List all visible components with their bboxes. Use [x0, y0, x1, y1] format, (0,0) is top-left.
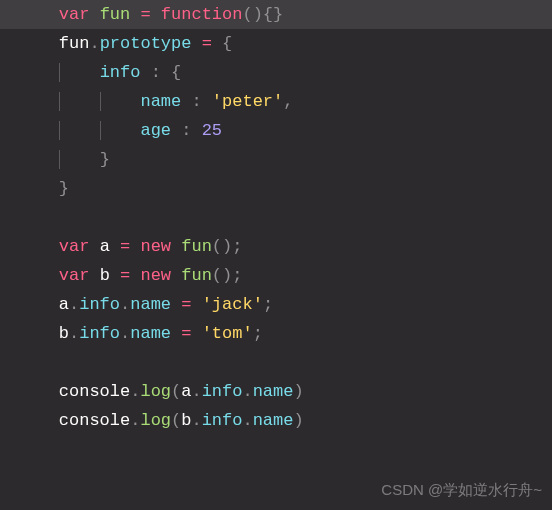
token-op: =: [181, 295, 191, 314]
token-def: [110, 266, 120, 285]
code-editor: var fun = function(){} fun.prototype = {…: [0, 0, 552, 435]
token-prop: info: [79, 295, 120, 314]
token-pn: (: [171, 411, 181, 430]
token-pn: {: [222, 34, 232, 53]
token-pn: }: [59, 179, 69, 198]
token-prop: name: [130, 295, 171, 314]
token-op: new: [140, 237, 171, 256]
token-id: console: [59, 382, 130, 401]
token-dot: .: [191, 382, 201, 401]
token-prop: prototype: [100, 34, 192, 53]
token-def: [151, 5, 161, 24]
token-dot: .: [120, 295, 130, 314]
token-def: [191, 121, 201, 140]
token-dot: .: [130, 411, 140, 430]
token-pn: (){}: [242, 5, 283, 24]
token-kw: var: [59, 5, 90, 24]
token-def: [191, 295, 201, 314]
token-pn: ,: [283, 92, 293, 111]
code-line: name : 'peter',: [18, 87, 552, 116]
token-str: 'peter': [212, 92, 283, 111]
token-dot: .: [242, 382, 252, 401]
token-def: [202, 92, 212, 111]
token-def: [110, 237, 120, 256]
token-def: [130, 237, 140, 256]
token-prop: info: [79, 324, 120, 343]
token-kw: var: [59, 266, 90, 285]
token-dot: .: [69, 295, 79, 314]
token-prop: info: [100, 63, 141, 82]
token-def: [171, 295, 181, 314]
token-pn: ): [293, 382, 303, 401]
token-id: a: [181, 382, 191, 401]
token-def: [140, 63, 150, 82]
token-fn: log: [140, 382, 171, 401]
code-line: var fun = function(){}: [0, 0, 552, 29]
token-str: 'jack': [202, 295, 263, 314]
token-fn: fun: [100, 5, 131, 24]
token-op: =: [140, 5, 150, 24]
token-prop: age: [140, 121, 171, 140]
token-def: [130, 266, 140, 285]
token-id: fun: [59, 34, 90, 53]
token-def: [89, 266, 99, 285]
token-num: 25: [202, 121, 222, 140]
code-line: var a = new fun();: [18, 232, 552, 261]
token-pn: ;: [253, 324, 263, 343]
code-line: var b = new fun();: [18, 261, 552, 290]
token-prop: info: [202, 382, 243, 401]
token-pn: :: [191, 92, 201, 111]
code-line: console.log(b.info.name): [18, 406, 552, 435]
token-def: [161, 63, 171, 82]
token-kw: function: [161, 5, 243, 24]
token-def: [191, 324, 201, 343]
token-prop: info: [202, 411, 243, 430]
token-fn: fun: [181, 237, 212, 256]
token-pn: (: [171, 382, 181, 401]
token-id: b: [59, 324, 69, 343]
token-str: 'tom': [202, 324, 253, 343]
token-pn: ;: [263, 295, 273, 314]
token-dot: .: [120, 324, 130, 343]
token-def: [89, 5, 99, 24]
token-op: =: [202, 34, 212, 53]
code-line: a.info.name = 'jack';: [18, 290, 552, 319]
token-prop: name: [253, 411, 294, 430]
token-def: [171, 237, 181, 256]
token-pn: ();: [212, 237, 243, 256]
token-def: [191, 34, 201, 53]
token-kw: var: [59, 237, 90, 256]
token-prop: name: [140, 92, 181, 111]
token-pn: :: [181, 121, 191, 140]
token-prop: name: [253, 382, 294, 401]
token-dot: .: [242, 411, 252, 430]
token-op: new: [140, 266, 171, 285]
code-line: console.log(a.info.name): [18, 377, 552, 406]
token-op: =: [120, 266, 130, 285]
code-line: info : {: [18, 58, 552, 87]
token-pn: :: [151, 63, 161, 82]
token-dot: .: [69, 324, 79, 343]
token-dot: .: [89, 34, 99, 53]
code-line: b.info.name = 'tom';: [18, 319, 552, 348]
token-dot: .: [130, 382, 140, 401]
watermark: CSDN @学如逆水行舟~: [381, 475, 542, 504]
code-line: [18, 203, 552, 232]
token-def: [130, 5, 140, 24]
code-line: [18, 348, 552, 377]
token-id: b: [181, 411, 191, 430]
token-op: =: [120, 237, 130, 256]
token-pn: ): [293, 411, 303, 430]
token-op: =: [181, 324, 191, 343]
token-dot: .: [191, 411, 201, 430]
token-fn: log: [140, 411, 171, 430]
token-id: a: [59, 295, 69, 314]
token-def: [181, 92, 191, 111]
token-pn: }: [100, 150, 110, 169]
token-def: [171, 266, 181, 285]
token-prop: name: [130, 324, 171, 343]
token-fn: fun: [181, 266, 212, 285]
token-pn: ();: [212, 266, 243, 285]
token-id: console: [59, 411, 130, 430]
code-line: fun.prototype = {: [18, 29, 552, 58]
